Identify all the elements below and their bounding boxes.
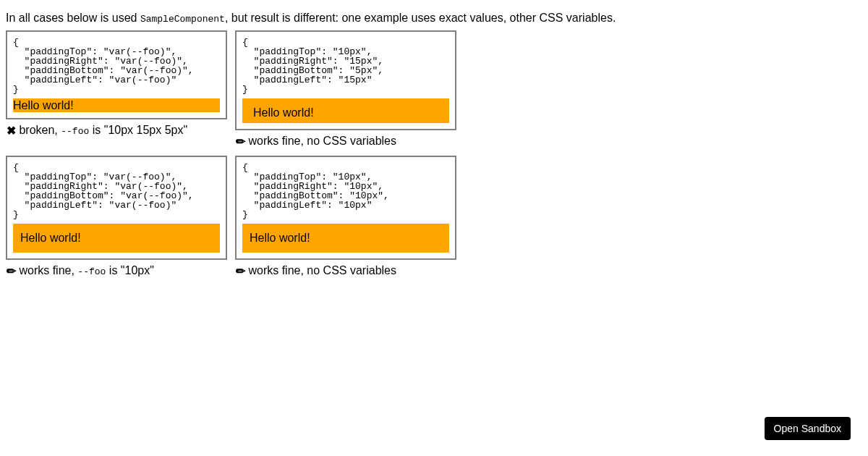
example-box: { "paddingTop": "10px", "paddingRight": … <box>235 30 456 130</box>
code-block: { "paddingTop": "var(--foo)", "paddingRi… <box>13 163 220 219</box>
code-block: { "paddingTop": "10px", "paddingRight": … <box>242 163 449 219</box>
caption-prefix: works fine, no CSS variables <box>245 264 396 276</box>
example-box: { "paddingTop": "10px", "paddingRight": … <box>235 156 456 259</box>
intro-component-code: SampleComponent <box>140 14 225 25</box>
cross-icon: ✖ <box>6 124 16 138</box>
caption-code: --foo <box>77 266 106 277</box>
hello-output: Hello world! <box>242 224 449 252</box>
examples-grid: { "paddingTop": "var(--foo)", "paddingRi… <box>6 30 862 285</box>
example-tile-1: { "paddingTop": "var(--foo)", "paddingRi… <box>6 30 234 156</box>
caption-prefix: works fine, <box>16 264 77 276</box>
caption: ✖ broken, --foo is "10px 15px 5px" <box>6 124 234 138</box>
hello-output: Hello world! <box>242 98 449 123</box>
code-block: { "paddingTop": "var(--foo)", "paddingRi… <box>13 38 220 94</box>
hello-output: Hello world! <box>13 224 220 252</box>
caption: ✏ works fine, no CSS variables <box>235 264 463 278</box>
caption-prefix: works fine, no CSS variables <box>245 135 396 147</box>
hello-output: Hello world! <box>13 98 220 112</box>
caption-prefix: broken, <box>16 124 61 136</box>
example-box: { "paddingTop": "var(--foo)", "paddingRi… <box>6 30 227 119</box>
intro-suffix: , but result is different: one example u… <box>225 12 616 24</box>
example-tile-2: { "paddingTop": "10px", "paddingRight": … <box>235 30 463 156</box>
pencil-icon: ✏ <box>235 135 245 148</box>
caption-suffix: is "10px 15px 5px" <box>89 124 187 136</box>
intro-prefix: In all cases below is used <box>6 12 140 24</box>
caption-code: --foo <box>61 126 89 137</box>
example-tile-4: { "paddingTop": "10px", "paddingRight": … <box>235 156 463 284</box>
caption: ✏ works fine, no CSS variables <box>235 135 463 148</box>
example-tile-3: { "paddingTop": "var(--foo)", "paddingRi… <box>6 156 234 284</box>
intro-text: In all cases below is used SampleCompone… <box>6 12 862 25</box>
code-block: { "paddingTop": "10px", "paddingRight": … <box>242 38 449 94</box>
pencil-icon: ✏ <box>6 264 16 278</box>
caption-suffix: is "10px" <box>106 264 154 276</box>
open-sandbox-button[interactable]: Open Sandbox <box>765 417 851 440</box>
caption: ✏ works fine, --foo is "10px" <box>6 264 234 278</box>
example-box: { "paddingTop": "var(--foo)", "paddingRi… <box>6 156 227 259</box>
pencil-icon: ✏ <box>235 264 245 278</box>
